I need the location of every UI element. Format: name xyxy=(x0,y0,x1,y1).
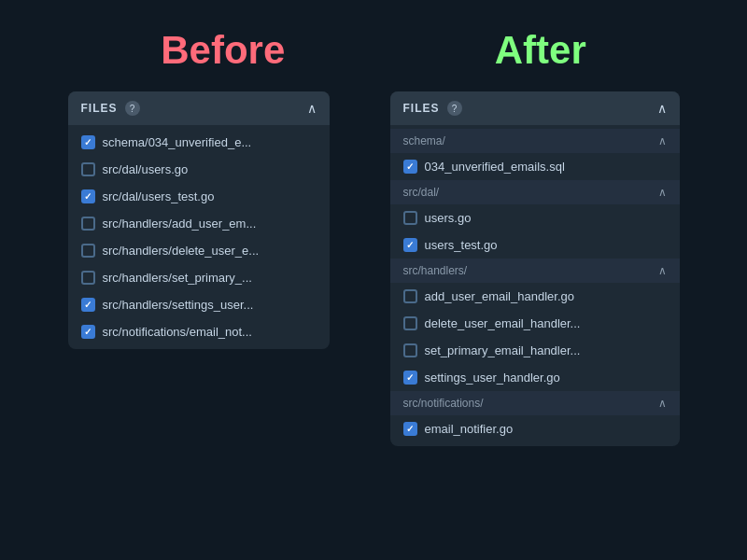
after-files-label: FILES xyxy=(403,102,440,115)
after-panel-header-left: FILES ? xyxy=(403,101,462,116)
after-chevron-icon[interactable]: ∧ xyxy=(657,101,667,116)
list-item[interactable]: src/dal/users_test.go xyxy=(68,183,330,210)
checkbox[interactable] xyxy=(403,316,417,330)
list-item[interactable]: src/handlers/add_user_em... xyxy=(68,210,330,237)
after-file-list: schema/∧034_unverified_emails.sqlsrc/dal… xyxy=(390,125,680,446)
file-name: add_user_email_handler.go xyxy=(425,289,574,303)
checkbox[interactable] xyxy=(81,189,95,203)
list-item[interactable]: email_notifier.go xyxy=(390,415,680,442)
file-name: delete_user_email_handler... xyxy=(425,316,581,330)
after-heading: After xyxy=(495,28,586,73)
checkbox[interactable] xyxy=(81,217,95,231)
before-panel: FILES ? ∧ schema/034_unverified_e...src/… xyxy=(68,91,330,349)
list-item[interactable]: src/handlers/delete_user_e... xyxy=(68,237,330,264)
section-header[interactable]: src/notifications/∧ xyxy=(390,391,680,415)
checkbox[interactable] xyxy=(81,162,95,176)
before-chevron-icon[interactable]: ∧ xyxy=(307,101,317,116)
after-help-icon[interactable]: ? xyxy=(447,101,462,116)
file-name: settings_user_handler.go xyxy=(425,371,560,385)
section-label: schema/ xyxy=(403,134,445,147)
checkbox[interactable] xyxy=(403,238,417,252)
section-header[interactable]: src/dal/∧ xyxy=(390,180,680,204)
section-label: src/dal/ xyxy=(403,186,440,199)
file-name: schema/034_unverified_e... xyxy=(103,135,252,149)
before-help-icon[interactable]: ? xyxy=(125,101,140,116)
file-name: users_test.go xyxy=(425,238,498,252)
after-panel-header: FILES ? ∧ xyxy=(390,91,680,125)
file-name: src/notifications/email_not... xyxy=(103,325,252,339)
file-name: users.go xyxy=(425,211,472,225)
section-label: src/handlers/ xyxy=(403,264,468,277)
after-panel: FILES ? ∧ schema/∧034_unverified_emails.… xyxy=(390,91,680,446)
list-item[interactable]: delete_user_email_handler... xyxy=(390,310,680,337)
file-name: src/handlers/settings_user... xyxy=(103,298,254,312)
file-name: src/handlers/add_user_em... xyxy=(103,217,257,231)
list-item[interactable]: users_test.go xyxy=(390,231,680,259)
file-name: src/handlers/set_primary_... xyxy=(103,271,252,285)
section-header[interactable]: schema/∧ xyxy=(390,129,680,153)
list-item[interactable]: settings_user_handler.go xyxy=(390,364,680,391)
list-item[interactable]: 034_unverified_emails.sql xyxy=(390,153,680,180)
section-chevron-icon[interactable]: ∧ xyxy=(658,264,667,277)
file-name: set_primary_email_handler... xyxy=(425,343,581,357)
section-chevron-icon[interactable]: ∧ xyxy=(658,134,667,147)
file-name: src/dal/users.go xyxy=(103,162,189,176)
before-heading: Before xyxy=(161,28,285,73)
headings-row: Before After xyxy=(0,0,747,91)
before-file-list: schema/034_unverified_e...src/dal/users.… xyxy=(68,125,330,349)
checkbox[interactable] xyxy=(81,244,95,258)
panels-container: FILES ? ∧ schema/034_unverified_e...src/… xyxy=(0,91,747,446)
checkbox[interactable] xyxy=(403,422,417,436)
checkbox[interactable] xyxy=(403,343,417,357)
list-item[interactable]: src/handlers/settings_user... xyxy=(68,291,330,318)
list-item[interactable]: schema/034_unverified_e... xyxy=(68,129,330,156)
file-name: 034_unverified_emails.sql xyxy=(425,160,565,174)
checkbox[interactable] xyxy=(81,135,95,149)
before-files-label: FILES xyxy=(81,102,118,115)
before-panel-header-left: FILES ? xyxy=(81,101,140,116)
checkbox[interactable] xyxy=(403,160,417,174)
checkbox[interactable] xyxy=(403,289,417,303)
checkbox[interactable] xyxy=(403,211,417,225)
list-item[interactable]: users.go xyxy=(390,204,680,231)
file-name: email_notifier.go xyxy=(425,422,514,436)
checkbox[interactable] xyxy=(81,298,95,312)
section-label: src/notifications/ xyxy=(403,397,484,410)
section-chevron-icon[interactable]: ∧ xyxy=(658,186,667,199)
checkbox[interactable] xyxy=(81,271,95,285)
checkbox[interactable] xyxy=(81,325,95,339)
list-item[interactable]: src/handlers/set_primary_... xyxy=(68,264,330,291)
section-chevron-icon[interactable]: ∧ xyxy=(658,397,667,410)
file-name: src/dal/users_test.go xyxy=(103,189,215,203)
before-panel-header: FILES ? ∧ xyxy=(68,91,330,125)
file-name: src/handlers/delete_user_e... xyxy=(103,244,260,258)
list-item[interactable]: src/notifications/email_not... xyxy=(68,318,330,345)
checkbox[interactable] xyxy=(403,371,417,385)
section-header[interactable]: src/handlers/∧ xyxy=(390,259,680,283)
list-item[interactable]: set_primary_email_handler... xyxy=(390,337,680,364)
list-item[interactable]: src/dal/users.go xyxy=(68,156,330,183)
list-item[interactable]: add_user_email_handler.go xyxy=(390,283,680,310)
